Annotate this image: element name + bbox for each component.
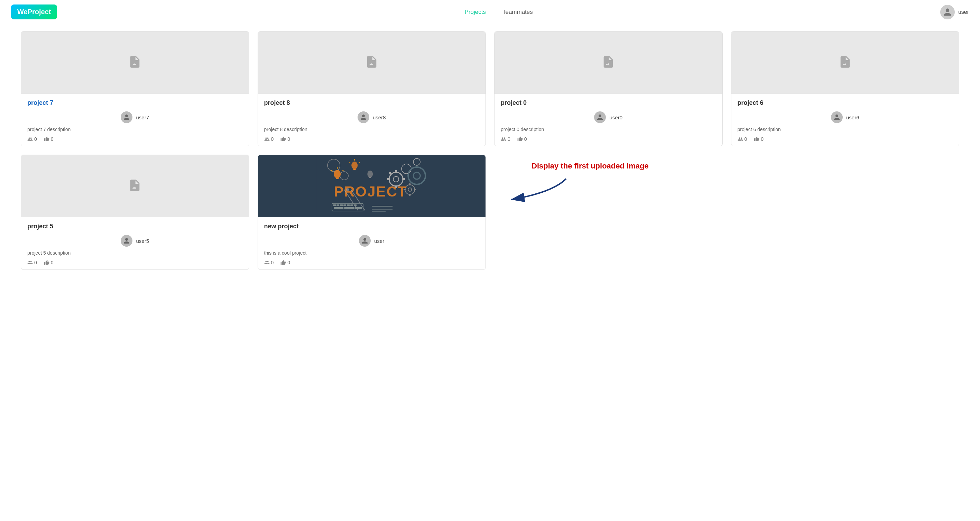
- project-card-newproject[interactable]: PROJECT: [258, 155, 486, 270]
- navbar: WeProject Projects Teammates user: [0, 0, 980, 24]
- members-count-project6: 0: [745, 136, 747, 142]
- card-body-project7: project 7 user7 project 7 description 0: [21, 94, 249, 146]
- likes-count-project8: 0: [287, 136, 290, 142]
- likes-count-project5: 0: [51, 260, 54, 265]
- card-image-project5: [21, 155, 249, 217]
- card-author-project0: user0: [501, 112, 716, 123]
- author-name-project8: user8: [373, 115, 386, 120]
- nav-projects[interactable]: Projects: [465, 9, 486, 16]
- project-card-project0[interactable]: project 0 user0 project 0 description 0: [494, 31, 723, 147]
- likes-count-newproject: 0: [287, 260, 290, 265]
- svg-rect-39: [347, 204, 350, 206]
- logo[interactable]: WeProject: [11, 5, 57, 19]
- likes-icon-project8: [280, 136, 286, 142]
- svg-rect-38: [344, 204, 346, 206]
- nav-teammates[interactable]: Teammates: [503, 9, 533, 16]
- svg-rect-10: [402, 178, 405, 180]
- likes-stat-project7: 0: [44, 136, 54, 142]
- author-avatar-project0: [594, 112, 606, 123]
- members-stat-project8: 0: [264, 136, 274, 142]
- svg-rect-35: [333, 204, 336, 206]
- card-body-newproject: new project user this is a cool project …: [258, 217, 486, 269]
- card-author-newproject: user: [264, 235, 480, 247]
- second-row-container: project 5 user5 project 5 description 0: [21, 155, 959, 270]
- svg-rect-41: [354, 204, 356, 206]
- card-image-project7: [21, 32, 249, 94]
- svg-rect-37: [340, 204, 343, 206]
- project-illustration: PROJECT: [258, 155, 486, 217]
- likes-count-project6: 0: [761, 136, 764, 142]
- card-author-project5: user5: [27, 235, 243, 247]
- user-avatar-icon: [943, 8, 952, 17]
- placeholder-icon-p6: [838, 55, 852, 70]
- placeholder-icon-p8: [365, 55, 379, 70]
- svg-rect-42: [334, 207, 344, 209]
- placeholder-icon-p0: [601, 55, 615, 70]
- members-stat-project7: 0: [27, 136, 37, 142]
- author-name-project6: user6: [846, 115, 859, 120]
- card-desc-project8: project 8 description: [264, 127, 480, 132]
- author-avatar-project8: [358, 112, 369, 123]
- project-card-project7[interactable]: project 7 user7 project 7 description 0: [21, 31, 249, 147]
- card-author-project8: user8: [264, 112, 480, 123]
- project-card-project6[interactable]: project 6 user6 project 6 description 0: [731, 31, 959, 147]
- card-image-project6: [731, 32, 959, 94]
- placeholder-icon-p5: [128, 178, 142, 194]
- card-stats-project7: 0 0: [27, 136, 243, 142]
- likes-stat-project0: 0: [517, 136, 527, 142]
- project-card-project8[interactable]: project 8 user8 project 8 description 0: [258, 31, 486, 147]
- placeholder-icon: [128, 55, 142, 70]
- card-title-project0: project 0: [501, 99, 716, 107]
- main-content: project 7 user7 project 7 description 0: [0, 24, 980, 291]
- members-count-newproject: 0: [271, 260, 274, 265]
- svg-text:PROJECT: PROJECT: [334, 183, 407, 200]
- card-title-project6: project 6: [738, 99, 953, 107]
- members-icon-project5: [27, 260, 33, 265]
- svg-rect-36: [336, 204, 339, 206]
- members-icon-project7: [27, 136, 33, 142]
- card-body-project0: project 0 user0 project 0 description 0: [495, 94, 722, 146]
- card-stats-newproject: 0 0: [264, 260, 480, 265]
- author-avatar-project5: [121, 235, 132, 247]
- author-avatar-project7: [121, 112, 132, 123]
- svg-point-23: [352, 162, 358, 169]
- card-body-project6: project 6 user6 project 6 description 0: [731, 94, 959, 146]
- user-name: user: [958, 9, 969, 15]
- card-desc-project7: project 7 description: [27, 127, 243, 132]
- members-icon-project8: [264, 136, 270, 142]
- svg-rect-7: [395, 170, 397, 173]
- members-icon-newproject: [264, 260, 270, 265]
- author-avatar-newproject: [359, 235, 371, 247]
- project-card-project5[interactable]: project 5 user5 project 5 description 0: [21, 155, 249, 270]
- members-stat-project6: 0: [738, 136, 747, 142]
- card-image-newproject: PROJECT: [258, 155, 486, 217]
- second-row-grid: project 5 user5 project 5 description 0: [21, 155, 959, 270]
- likes-stat-project5: 0: [44, 260, 54, 265]
- svg-rect-17: [414, 189, 416, 190]
- likes-stat-project6: 0: [754, 136, 764, 142]
- members-stat-project5: 0: [27, 260, 37, 265]
- members-count-project8: 0: [271, 136, 274, 142]
- likes-icon-project5: [44, 260, 49, 265]
- card-stats-project8: 0 0: [264, 136, 480, 142]
- members-count-project7: 0: [34, 136, 37, 142]
- members-stat-project0: 0: [501, 136, 511, 142]
- svg-rect-19: [336, 178, 339, 179]
- user-area[interactable]: user: [940, 5, 969, 19]
- likes-count-project7: 0: [51, 136, 54, 142]
- card-image-project8: [258, 32, 486, 94]
- author-name-project0: user0: [609, 115, 622, 120]
- svg-rect-14: [409, 183, 410, 185]
- likes-icon-project6: [754, 136, 759, 142]
- author-name-newproject: user: [374, 238, 384, 244]
- card-title-newproject: new project: [264, 223, 480, 230]
- card-desc-project5: project 5 description: [27, 250, 243, 256]
- likes-stat-newproject: 0: [280, 260, 290, 265]
- svg-rect-29: [369, 177, 371, 178]
- card-title-project7: project 7: [27, 99, 243, 107]
- author-name-project7: user7: [136, 115, 149, 120]
- card-stats-project6: 0 0: [738, 136, 953, 142]
- likes-icon-project7: [44, 136, 49, 142]
- card-author-project7: user7: [27, 112, 243, 123]
- likes-icon-project0: [517, 136, 523, 142]
